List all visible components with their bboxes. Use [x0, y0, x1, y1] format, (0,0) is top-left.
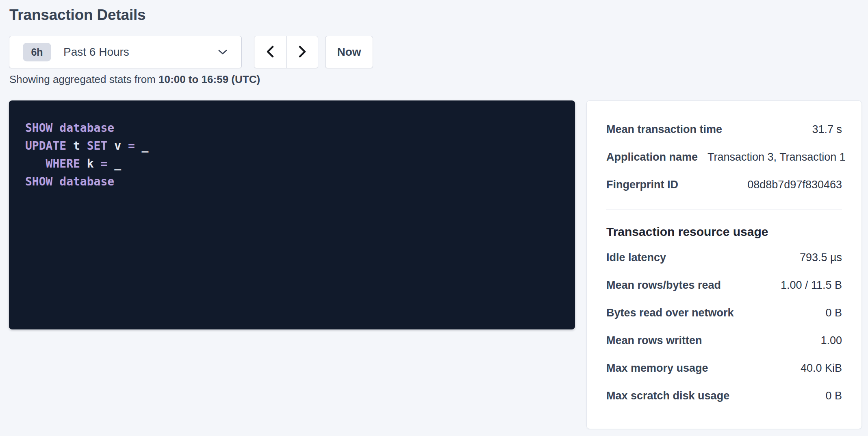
aggregation-range-value: 10:00 to 16:59 (UTC) — [158, 73, 260, 85]
resource-row-idle-latency: Idle latency 793.5 µs — [606, 244, 842, 271]
row-label: Max scratch disk usage — [606, 390, 739, 402]
resource-row-mean-rows-bytes-read: Mean rows/bytes read 1.00 / 11.5 B — [606, 271, 842, 299]
summary-row-fingerprint-id: Fingerprint ID 08d8b7d97f830463 — [606, 171, 842, 198]
resource-row-max-memory-usage: Max memory usage 40.0 KiB — [606, 354, 842, 382]
resource-row-max-scratch-disk-usage: Max scratch disk usage 0 B — [606, 382, 842, 410]
row-label: Idle latency — [606, 251, 676, 264]
row-label: Bytes read over network — [606, 307, 744, 319]
prev-time-button[interactable] — [254, 36, 286, 68]
chevron-right-icon — [297, 45, 308, 59]
next-time-button[interactable] — [286, 36, 318, 68]
resource-row-bytes-read-over-network: Bytes read over network 0 B — [606, 299, 842, 327]
row-value: 40.0 KiB — [801, 362, 842, 375]
resource-usage-section-title: Transaction resource usage — [606, 225, 842, 239]
sql-code: SHOW database UPDATE t SET v = _ WHERE k… — [25, 119, 559, 191]
aggregation-range-text: Showing aggregated stats from 10:00 to 1… — [9, 73, 260, 86]
row-label: Max memory usage — [606, 362, 718, 375]
now-button[interactable]: Now — [325, 36, 373, 68]
summary-row-mean-transaction-time: Mean transaction time 31.7 s — [606, 116, 842, 143]
row-label: Mean rows written — [606, 334, 712, 347]
chevron-down-icon — [218, 49, 228, 55]
time-nav-group — [254, 36, 318, 68]
row-value: 1.00 / 11.5 B — [781, 279, 842, 292]
time-range-picker[interactable]: 6h Past 6 Hours — [9, 36, 242, 68]
chevron-left-icon — [265, 45, 276, 59]
row-value: 1.00 — [820, 334, 842, 347]
row-value: 0 B — [825, 307, 842, 319]
summary-row-application-name: Application name Transaction 3, Transact… — [606, 143, 842, 171]
page-title: Transaction Details — [9, 7, 146, 24]
summary-rows: Mean transaction time 31.7 s Application… — [606, 101, 842, 198]
row-value: 31.7 s — [812, 123, 842, 136]
card-divider — [606, 209, 842, 209]
time-controls: 6h Past 6 Hours Now — [9, 36, 373, 68]
row-label: Fingerprint ID — [606, 179, 688, 191]
row-value: 0 B — [825, 390, 842, 402]
row-label: Mean transaction time — [606, 123, 732, 136]
row-value: 08d8b7d97f830463 — [747, 179, 842, 191]
resource-row-mean-rows-written: Mean rows written 1.00 — [606, 327, 842, 354]
time-range-label: Past 6 Hours — [63, 46, 129, 59]
row-value: 793.5 µs — [800, 251, 842, 264]
transaction-details-card: Mean transaction time 31.7 s Application… — [586, 100, 862, 429]
resource-rows: Idle latency 793.5 µs Mean rows/bytes re… — [606, 244, 842, 410]
sql-statement-box: SHOW database UPDATE t SET v = _ WHERE k… — [9, 100, 575, 329]
row-label: Mean rows/bytes read — [606, 279, 731, 292]
aggregation-range-prefix: Showing aggregated stats from — [9, 73, 158, 85]
row-value: Transaction 3, Transaction 1 — [707, 151, 846, 164]
row-label: Application name — [606, 151, 707, 164]
time-range-badge: 6h — [23, 43, 51, 61]
